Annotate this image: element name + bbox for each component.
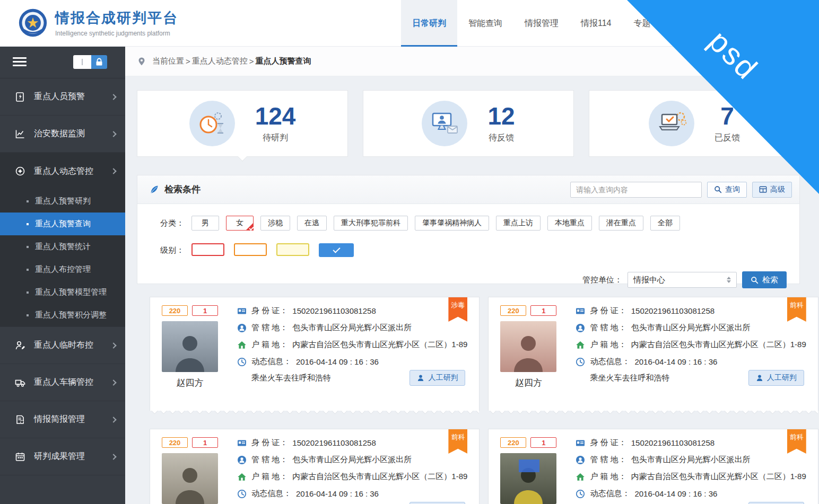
score-badge: 220: [162, 305, 188, 316]
dynamic-description: 乘坐火车去往呼和浩特: [590, 373, 669, 383]
sidebar-item-briefing-management[interactable]: 情报简报管理: [0, 401, 125, 438]
sidebar-item-security-data-monitor[interactable]: 治安数据监测: [0, 116, 125, 153]
score-badge: 220: [500, 437, 526, 448]
field-label: 管 辖 地：: [251, 323, 287, 333]
unit-select[interactable]: 情报中心: [628, 272, 737, 288]
category-male[interactable]: 男: [191, 216, 219, 231]
manual-judge-button[interactable]: 人工研判: [410, 370, 465, 386]
field-value: 包头市青山区分局光辉小区派出所: [631, 455, 751, 465]
stat-value: 12: [487, 103, 515, 129]
sidebar-sub-alert-judgment[interactable]: 重点人预警研判: [0, 190, 125, 213]
household-row: 户 籍 地：内蒙古自治区包头市青山区光辉小区（二区）1-89: [576, 340, 806, 350]
sidebar-item-vehicle-control[interactable]: 重点人车辆管控: [0, 364, 125, 401]
sorter-arrows-icon: [727, 277, 731, 283]
dynamic-row: 动态信息：2016-04-14 09 : 16 : 36: [237, 489, 467, 499]
sidebar-sub-model-management[interactable]: 重点人预警模型管理: [0, 281, 125, 304]
sidebar-item-label: 重点人动态管控: [34, 166, 93, 177]
dynamic-description-row: 乘坐火车去往呼和浩特 人工研判: [576, 370, 806, 386]
field-value: 2016-04-14 09 : 16 : 36: [634, 489, 717, 498]
field-value: 包头市青山区分局光辉小区派出所: [292, 323, 412, 333]
sidebar-sub-label: 重点人预警统计: [35, 242, 91, 252]
category-major-crime-record[interactable]: 重大刑事犯罪前科: [334, 216, 408, 231]
main-content: 当前位置 > 重点人动态管控 > 重点人预警查询 124: [125, 47, 819, 504]
breadcrumb-parent[interactable]: 重点人动态管控: [192, 56, 248, 66]
tab-intel-114[interactable]: 情报114: [570, 0, 623, 47]
clock-gear-hourglass-icon: [189, 101, 235, 146]
person-name: 赵四方: [500, 377, 556, 389]
manual-judge-button[interactable]: 人工研判: [748, 370, 804, 386]
home-icon: [237, 472, 247, 482]
dynamic-description: 乘坐火车去往呼和浩特: [251, 373, 331, 383]
manual-judge-button[interactable]: 人工研判: [748, 502, 804, 504]
breadcrumb-separator: >: [186, 57, 190, 66]
category-potential-key[interactable]: 潜在重点: [599, 216, 643, 231]
search-button[interactable]: 检索: [742, 271, 787, 288]
category-local-key[interactable]: 本地重点: [547, 216, 592, 231]
tab-smart-query[interactable]: 智能查询: [457, 0, 513, 47]
field-value: 内蒙古自治区包头市青山区光辉小区（二区）1-89: [631, 340, 806, 350]
field-value: 内蒙古自治区包头市青山区光辉小区（二区）1-89: [631, 472, 806, 482]
category-all[interactable]: 全部: [650, 216, 680, 231]
jurisdiction-row: 管 辖 地：包头市青山区分局光辉小区派出所: [237, 323, 467, 333]
menu-toggle-icon[interactable]: [13, 57, 27, 68]
page-subtitle: Intelligence synthetic judgments platfor…: [55, 30, 178, 37]
stat-card-pending-judgment[interactable]: 124 待研判: [137, 90, 348, 157]
person-details: 身 份 证：1502021961103081258 管 辖 地：包头市青山区分局…: [576, 305, 806, 411]
tab-daily-judgment[interactable]: 日常研判: [401, 0, 457, 47]
line-chart-icon: [15, 129, 25, 139]
sidebar-item-temporary-control[interactable]: 重点人临时布控: [0, 327, 125, 364]
household-row: 户 籍 地：内蒙古自治区包头市青山区光辉小区（二区）1-89: [576, 472, 806, 482]
compass-icon: [15, 166, 25, 176]
filter-search-input[interactable]: [570, 182, 702, 198]
bullet: [27, 291, 29, 294]
level-label: 级别：: [150, 245, 184, 255]
sidebar: 重点人员预警 治安数据监测 重点人动态管控 重点人预警研判 重点人预警查询: [0, 47, 125, 504]
home-icon: [576, 340, 585, 350]
category-mental-illness[interactable]: 肇事肇祸精神病人: [415, 216, 489, 231]
category-stability[interactable]: 涉稳: [260, 216, 290, 231]
sidebar-item-key-person-alert[interactable]: 重点人员预警: [0, 78, 125, 116]
category-list: 男 女 涉稳 在逃 重大刑事犯罪前科 肇事肇祸精神病人 重点上访 本地重点 潜在…: [191, 216, 680, 231]
level-orange-swatch[interactable]: [234, 243, 267, 256]
field-label: 身 份 证：: [251, 438, 287, 448]
field-label: 管 辖 地：: [590, 323, 626, 333]
sidebar-item-key-person-dynamic-control[interactable]: 重点人动态管控: [0, 153, 125, 190]
clock-icon: [576, 489, 585, 499]
level-blue-swatch[interactable]: [319, 243, 354, 257]
field-value: 1502021961103081258: [631, 306, 715, 315]
id-card-icon: [576, 438, 585, 448]
category-key-petitioner[interactable]: 重点上访: [496, 216, 541, 231]
stat-card-pending-feedback[interactable]: 12 待反馈: [363, 90, 574, 157]
jurisdiction-icon: [237, 455, 247, 465]
field-label: 身 份 证：: [590, 438, 626, 448]
sidebar-sub-control-management[interactable]: 重点人布控管理: [0, 258, 125, 281]
id-card-icon: [237, 306, 247, 316]
search-button-label: 检索: [762, 275, 778, 285]
person-details: 身 份 证：1502021961103081258 管 辖 地：包头市青山区分局…: [237, 437, 467, 504]
sidebar-item-judgment-results[interactable]: 研判成果管理: [0, 438, 125, 475]
dynamic-row: 动态信息：2016-04-14 09 : 16 : 36: [576, 489, 806, 499]
id-card-icon: [576, 306, 585, 316]
search-icon: [751, 276, 759, 284]
level-red-swatch[interactable]: [191, 243, 224, 256]
bullet: [27, 246, 29, 248]
advanced-button[interactable]: 高级: [752, 182, 792, 198]
bullet: [27, 269, 29, 271]
dynamic-row: 动态信息：2016-04-14 09 : 16 : 36: [576, 357, 806, 367]
calendar-icon: [15, 452, 25, 462]
sidebar-sub-alert-statistics[interactable]: 重点人预警统计: [0, 235, 125, 258]
field-value: 内蒙古自治区包头市青山区光辉小区（二区）1-89: [292, 340, 467, 350]
level-yellow-swatch[interactable]: [276, 243, 309, 256]
query-button[interactable]: 查询: [707, 182, 747, 198]
corner-check-icon: [246, 223, 254, 231]
sidebar-group-key-person-dynamic-control: 重点人动态管控 重点人预警研判 重点人预警查询 重点人预警统计 重点人布控管理 …: [0, 153, 125, 327]
sidebar-lock-toggle[interactable]: [73, 55, 107, 69]
sidebar-sub-score-adjustment[interactable]: 重点人预警积分调整: [0, 304, 125, 326]
sidebar-sub-alert-query[interactable]: 重点人预警查询: [0, 213, 125, 235]
category-female[interactable]: 女: [226, 216, 254, 231]
jurisdiction-icon: [576, 455, 585, 465]
manual-judge-button[interactable]: 人工研判: [410, 502, 465, 504]
category-fugitive[interactable]: 在逃: [297, 216, 327, 231]
tab-intel-management[interactable]: 情报管理: [513, 0, 570, 47]
monitor-person-mail-icon: [422, 101, 467, 146]
